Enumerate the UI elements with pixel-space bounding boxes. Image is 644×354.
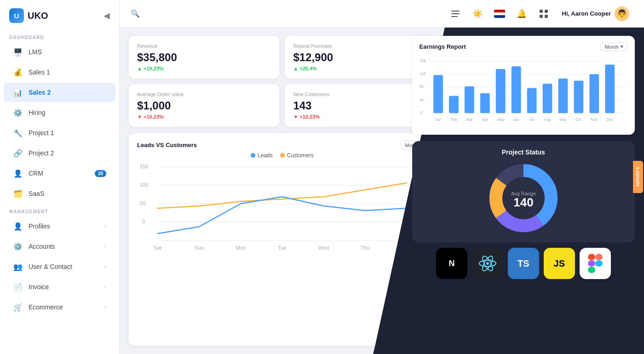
svg-text:Mar: Mar [466, 117, 473, 122]
chevron-right-icon: › [104, 243, 106, 250]
search-icon: 🔍 [131, 9, 140, 18]
svg-rect-70 [595, 254, 603, 260]
split-container: Revenue $35,800 ▲ +10.23% Repeat Purchas… [120, 28, 644, 354]
typescript-icon[interactable]: TS [508, 248, 539, 279]
leads-card-header: Leads VS Customers Month ▾ [137, 141, 427, 149]
stat-label: Revenue [137, 43, 271, 49]
up-arrow-icon: ▲ [137, 66, 142, 71]
user-info[interactable]: Hi, Aaron Cooper 👨 [558, 5, 633, 23]
svg-text:8k: 8k [420, 84, 424, 89]
sidebar-item-label: Project 1 [29, 129, 54, 137]
earnings-bar-chart: 15k 11k 8k 4k 0 Jan [420, 55, 627, 128]
sidebar-item-label: Sales 2 [29, 89, 51, 96]
sidebar-item-project2[interactable]: 🔗 Project 2 [4, 143, 115, 163]
svg-text:Tue: Tue [278, 246, 287, 251]
lms-icon: 🖥️ [13, 47, 23, 57]
svg-rect-4 [545, 10, 548, 13]
crm-badge: 30 [95, 170, 106, 177]
up-arrow-icon: ▲ [293, 66, 298, 71]
svg-rect-41 [495, 69, 505, 113]
earnings-title: Earnings Report [420, 43, 466, 50]
sidebar-item-label: CRM [29, 170, 43, 177]
svg-text:15k: 15k [420, 58, 426, 63]
project-status-card: Project Status [412, 141, 635, 242]
svg-rect-73 [588, 267, 595, 273]
sidebar-item-crm[interactable]: 👤 CRM 30 [4, 164, 115, 183]
sidebar: U UKO ◀ DASHBOARD 🖥️ LMS 💰 Sales 1 📊 Sal… [0, 0, 120, 354]
sidebar-item-label: Hiring [29, 109, 46, 116]
svg-point-68 [486, 262, 489, 265]
stat-value: $1,000 [137, 99, 271, 112]
apps-icon[interactable] [536, 6, 551, 21]
donut-chart: Avg Range 140 [487, 161, 560, 235]
dashboard-section-label: DASHBOARD [0, 29, 119, 42]
leads-chart-title: Leads VS Customers [137, 142, 197, 148]
sidebar-item-label: Sales 1 [29, 69, 50, 76]
svg-rect-1 [451, 13, 460, 14]
svg-text:150: 150 [140, 164, 149, 169]
legend-customers: Customers [280, 152, 314, 159]
svg-rect-51 [574, 80, 583, 113]
nextjs-icon[interactable]: N [436, 248, 467, 279]
sidebar-item-lms[interactable]: 🖥️ LMS [4, 42, 115, 62]
menu-icon[interactable] [448, 6, 463, 21]
figma-icon[interactable] [580, 248, 611, 279]
down-arrow-icon: ▼ [293, 114, 298, 120]
sidebar-item-sales1[interactable]: 💰 Sales 1 [4, 63, 115, 82]
svg-rect-35 [449, 96, 459, 113]
svg-text:Jun: Jun [513, 117, 519, 122]
svg-rect-69 [588, 254, 595, 260]
javascript-icon[interactable]: JS [544, 248, 575, 279]
chevron-right-icon: › [104, 223, 106, 229]
svg-rect-33 [433, 75, 443, 113]
logo-mark: U UKO [9, 8, 48, 23]
stat-card-revenue: Revenue $35,800 ▲ +10.23% [129, 36, 279, 79]
sidebar-item-hiring[interactable]: ⚙️ Hiring [4, 103, 115, 122]
notification-icon[interactable]: 🔔 [514, 6, 529, 21]
collapse-button[interactable]: ◀ [104, 11, 110, 21]
layouts-tab[interactable]: Layouts [633, 161, 643, 193]
svg-rect-49 [558, 79, 568, 113]
topbar: 🔍 ☀️ 🔔 Hi, A [120, 0, 644, 28]
svg-text:Sun: Sun [195, 246, 204, 251]
svg-text:Dec: Dec [606, 117, 614, 122]
svg-rect-45 [527, 88, 536, 113]
leads-line-chart: 150 100 50 0 Sat Sun Mon Tue Wed [137, 162, 427, 254]
sidebar-item-invoice[interactable]: 📄 Invoice › [4, 277, 115, 297]
stat-label: Average Order value [137, 91, 271, 97]
sidebar-item-project1[interactable]: 🔧 Project 1 [4, 123, 115, 143]
saas-icon: 🗂️ [13, 188, 23, 199]
js-label: JS [554, 258, 565, 269]
svg-text:Wed: Wed [318, 246, 329, 251]
theme-toggle-icon[interactable]: ☀️ [470, 6, 485, 21]
svg-rect-71 [588, 260, 595, 267]
ecommerce-icon: 🛒 [13, 302, 23, 312]
svg-text:140: 140 [513, 195, 533, 209]
sidebar-item-ecommerce[interactable]: 🛒 Ecommerce › [4, 297, 115, 317]
logo-text: UKO [28, 11, 48, 21]
accounts-icon: ⚙️ [13, 241, 23, 251]
chart-legend: Leads Customers [137, 152, 427, 159]
svg-text:Thu: Thu [361, 246, 369, 251]
flag-icon[interactable] [492, 6, 507, 21]
svg-rect-37 [465, 86, 474, 113]
sidebar-item-accounts[interactable]: ⚙️ Accounts › [4, 237, 115, 256]
user-greeting: Hi, Aaron Cooper [562, 10, 611, 17]
earnings-report-card: Earnings Report Month ▾ 15k 11k 8k 4k 0 [412, 36, 635, 135]
leads-dot [251, 153, 255, 158]
sidebar-item-user-contact[interactable]: 👥 User & Contact › [4, 257, 115, 276]
chevron-right-icon: › [104, 284, 106, 290]
react-icon[interactable] [472, 248, 503, 279]
sidebar-item-profiles[interactable]: 👤 Profiles › [4, 217, 115, 236]
svg-text:50: 50 [140, 201, 146, 206]
earnings-period-selector[interactable]: Month ▾ [600, 42, 627, 51]
main-content: 🔍 ☀️ 🔔 Hi, A [120, 0, 644, 354]
legend-leads: Leads [251, 152, 273, 159]
svg-rect-3 [540, 10, 543, 13]
svg-text:100: 100 [140, 183, 149, 188]
sidebar-item-sales2[interactable]: 📊 Sales 2 [4, 83, 115, 102]
sidebar-item-saas[interactable]: 🗂️ SaaS [4, 184, 115, 203]
legend-leads-label: Leads [258, 152, 273, 159]
sidebar-item-label: Invoice [29, 283, 49, 291]
sidebar-logo: U UKO ◀ [0, 0, 119, 29]
